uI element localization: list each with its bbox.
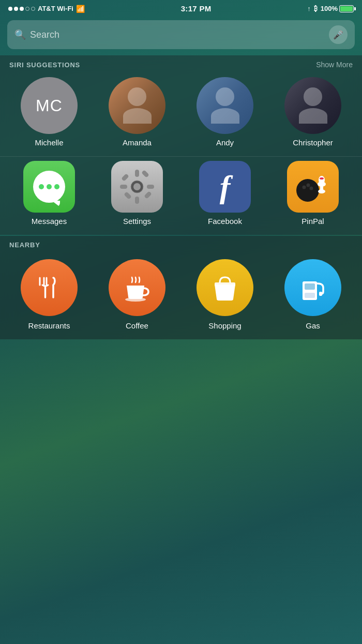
signal-dot-2 bbox=[14, 7, 18, 11]
nearby-section: NEARBY Restaurants bbox=[0, 236, 362, 339]
coffee-circle bbox=[109, 259, 165, 316]
microphone-button[interactable]: 🎤 bbox=[329, 25, 348, 44]
svg-point-23 bbox=[125, 297, 146, 302]
msg-dot-2 bbox=[47, 184, 52, 189]
messages-bubble-icon bbox=[33, 171, 65, 203]
svg-rect-24 bbox=[215, 282, 235, 286]
contact-amanda[interactable]: Amanda bbox=[101, 77, 173, 147]
messages-app-icon bbox=[23, 161, 75, 213]
contact-name-michelle: Michelle bbox=[35, 138, 63, 147]
app-pinpal[interactable]: PinPal bbox=[277, 161, 349, 226]
contact-name-christopher: Christopher bbox=[293, 138, 333, 147]
app-settings[interactable]: Settings bbox=[101, 161, 173, 226]
nearby-grid: Restaurants Coffee bbox=[0, 253, 362, 339]
signal-dot-3 bbox=[20, 7, 24, 11]
shopping-circle bbox=[197, 259, 253, 316]
time-label: 3:17 PM bbox=[181, 4, 212, 13]
avatar-andy bbox=[197, 77, 253, 134]
svg-rect-6 bbox=[121, 173, 129, 182]
show-more-button[interactable]: Show More bbox=[316, 61, 353, 69]
app-name-pinpal: PinPal bbox=[301, 217, 324, 226]
coffee-cup-icon bbox=[120, 271, 154, 305]
fork-knife-icon bbox=[35, 274, 64, 302]
siri-suggestions-header: SIRI SUGGESTIONS Show More bbox=[0, 55, 362, 73]
svg-rect-27 bbox=[305, 293, 315, 298]
contacts-grid: MC Michelle Amanda Andy bbox=[0, 73, 362, 156]
contact-michelle[interactable]: MC Michelle bbox=[13, 77, 85, 147]
app-facebook[interactable]: f Facebook bbox=[189, 161, 261, 226]
battery-fill bbox=[340, 6, 353, 11]
shopping-bag-icon bbox=[209, 272, 240, 303]
svg-rect-5 bbox=[147, 185, 154, 189]
nearby-gas[interactable]: Gas bbox=[277, 259, 349, 330]
battery-icon bbox=[339, 5, 354, 12]
search-icon: 🔍 bbox=[14, 29, 26, 40]
nearby-shopping[interactable]: Shopping bbox=[189, 259, 261, 330]
contact-andy[interactable]: Andy bbox=[189, 77, 261, 147]
wifi-icon: 📶 bbox=[76, 5, 85, 13]
search-bar[interactable]: 🔍 Search 🎤 bbox=[7, 20, 355, 49]
svg-point-10 bbox=[296, 179, 319, 202]
svg-rect-28 bbox=[319, 292, 322, 296]
app-name-facebook: Facebook bbox=[208, 217, 242, 226]
avatar-amanda bbox=[109, 77, 165, 134]
app-name-messages: Messages bbox=[32, 217, 67, 226]
nearby-coffee[interactable]: Coffee bbox=[101, 259, 173, 330]
app-messages[interactable]: Messages bbox=[13, 161, 85, 226]
svg-rect-9 bbox=[141, 170, 149, 178]
apps-grid: Messages bbox=[0, 156, 362, 235]
nearby-name-restaurants: Restaurants bbox=[28, 321, 70, 330]
svg-point-12 bbox=[307, 184, 310, 187]
bluetooth-icon: ₿ bbox=[314, 5, 318, 12]
svg-point-18 bbox=[320, 177, 324, 179]
svg-rect-7 bbox=[144, 191, 152, 199]
svg-point-17 bbox=[318, 189, 325, 193]
carrier-label: AT&T Wi-Fi bbox=[38, 5, 73, 12]
nearby-name-gas: Gas bbox=[306, 321, 320, 330]
gear-icon bbox=[119, 169, 155, 205]
battery-percent-label: 100% bbox=[321, 5, 338, 12]
messages-dots bbox=[39, 184, 59, 189]
svg-rect-8 bbox=[124, 191, 132, 200]
signal-bars bbox=[8, 7, 35, 11]
msg-dot-3 bbox=[54, 184, 59, 189]
contact-name-amanda: Amanda bbox=[123, 138, 152, 147]
contact-christopher[interactable]: Christopher bbox=[277, 77, 349, 147]
svg-rect-3 bbox=[135, 197, 139, 204]
nearby-restaurants[interactable]: Restaurants bbox=[13, 259, 85, 330]
restaurants-circle bbox=[21, 259, 78, 316]
signal-dot-1 bbox=[8, 7, 12, 11]
nearby-name-coffee: Coffee bbox=[126, 321, 148, 330]
app-name-settings: Settings bbox=[123, 217, 151, 226]
battery-container: 100% bbox=[321, 5, 354, 12]
contact-name-andy: Andy bbox=[216, 138, 234, 147]
search-container: 🔍 Search 🎤 bbox=[0, 16, 362, 55]
svg-point-11 bbox=[303, 186, 306, 189]
siri-suggestions-section: SIRI SUGGESTIONS Show More MC Michelle A… bbox=[0, 55, 362, 235]
signal-dot-4 bbox=[25, 7, 29, 11]
avatar-christopher bbox=[284, 77, 341, 134]
bowling-icon bbox=[295, 169, 331, 205]
nearby-title: NEARBY bbox=[9, 241, 40, 249]
avatar-michelle: MC bbox=[21, 77, 78, 134]
pinpal-app-icon bbox=[287, 161, 339, 213]
siri-suggestions-title: SIRI SUGGESTIONS bbox=[9, 61, 80, 69]
status-right: ↑ ₿ 100% bbox=[307, 5, 354, 12]
search-input[interactable]: Search bbox=[30, 29, 325, 40]
initials-label: MC bbox=[36, 96, 63, 115]
settings-app-icon bbox=[111, 161, 163, 213]
signal-dot-5 bbox=[31, 7, 35, 11]
svg-point-13 bbox=[310, 187, 313, 190]
facebook-app-icon: f bbox=[199, 161, 251, 213]
nearby-header: NEARBY bbox=[0, 236, 362, 253]
gas-pump-icon bbox=[297, 272, 328, 303]
nearby-name-shopping: Shopping bbox=[208, 321, 241, 330]
svg-point-1 bbox=[133, 183, 141, 190]
gas-circle bbox=[284, 259, 341, 316]
navigation-arrow-icon: ↑ bbox=[307, 5, 311, 12]
svg-rect-26 bbox=[305, 283, 315, 290]
svg-rect-4 bbox=[120, 185, 127, 189]
status-left: AT&T Wi-Fi 📶 bbox=[8, 5, 85, 13]
status-bar: AT&T Wi-Fi 📶 3:17 PM ↑ ₿ 100% bbox=[0, 0, 362, 16]
microphone-icon: 🎤 bbox=[333, 30, 343, 40]
